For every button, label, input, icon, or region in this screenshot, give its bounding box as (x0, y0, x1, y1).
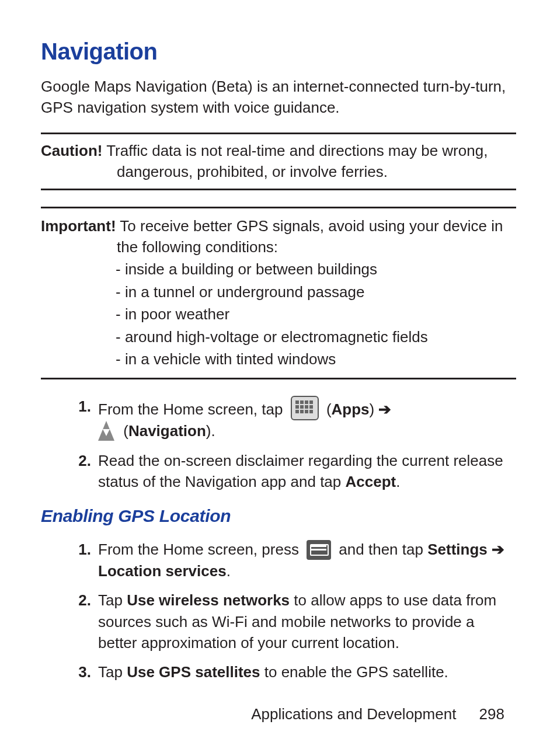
navigation-steps: From the Home screen, tap (Apps) ➔ (Navi… (41, 396, 516, 492)
step-text: to enable the GPS satellite. (260, 663, 448, 681)
caution-label: Caution! (41, 142, 102, 159)
page-footer: Applications and Development 298 (251, 703, 504, 724)
section-heading: Navigation (41, 35, 516, 68)
subsection-heading: Enabling GPS Location (41, 504, 516, 528)
important-label: Important! (41, 217, 116, 235)
important-conditions: - inside a building or between buildings… (41, 259, 516, 370)
step-text: and then tap (339, 541, 427, 558)
step-text: Tap (98, 663, 127, 681)
location-services-label: Location services (98, 562, 227, 580)
step-text: . (227, 562, 231, 580)
step-text: From the Home screen, press (98, 541, 303, 558)
important-lead: To receive better GPS signals, avoid usi… (117, 217, 503, 256)
menu-button-icon (307, 540, 331, 560)
step-text: From the Home screen, tap (98, 400, 287, 418)
accept-label: Accept (346, 473, 396, 490)
caution-body: Traffic data is not real-time and direct… (106, 142, 488, 180)
use-wireless-label: Use wireless networks (127, 591, 290, 609)
footer-section-title: Applications and Development (251, 705, 456, 723)
condition-item: - in a tunnel or underground passage (116, 281, 516, 302)
step-text: Read the on-screen disclaimer regarding … (98, 452, 503, 490)
navigation-label: Navigation (128, 422, 206, 440)
step-item: Tap Use wireless networks to allow apps … (65, 590, 516, 653)
condition-item: - in poor weather (116, 304, 516, 325)
condition-item: - inside a building or between buildings (116, 259, 516, 280)
important-box: Important! To receive better GPS signals… (41, 207, 516, 380)
step-item: Read the on-screen disclaimer regarding … (65, 450, 516, 493)
step-item: Tap Use GPS satellites to enable the GPS… (65, 661, 516, 682)
arrow-icon: ➔ (378, 400, 391, 418)
intro-paragraph: Google Maps Navigation (Beta) is an inte… (41, 76, 516, 119)
step-item: From the Home screen, tap (Apps) ➔ (Navi… (65, 396, 516, 441)
step-item: From the Home screen, press and then tap… (65, 539, 516, 581)
gps-steps: From the Home screen, press and then tap… (41, 539, 516, 682)
arrow-icon: ➔ (492, 541, 504, 558)
page-number: 298 (479, 705, 504, 723)
navigation-arrow-icon (98, 421, 114, 441)
settings-label: Settings (427, 541, 488, 558)
use-gps-label: Use GPS satellites (127, 663, 260, 681)
caution-box: Caution! Traffic data is not real-time a… (41, 133, 516, 190)
condition-item: - in a vehicle with tinted windows (116, 349, 516, 370)
apps-grid-icon (291, 396, 319, 420)
apps-label: Apps (332, 400, 370, 418)
step-text: Tap (98, 591, 127, 609)
step-text: . (396, 473, 400, 490)
condition-item: - around high-voltage or electromagnetic… (116, 326, 516, 347)
